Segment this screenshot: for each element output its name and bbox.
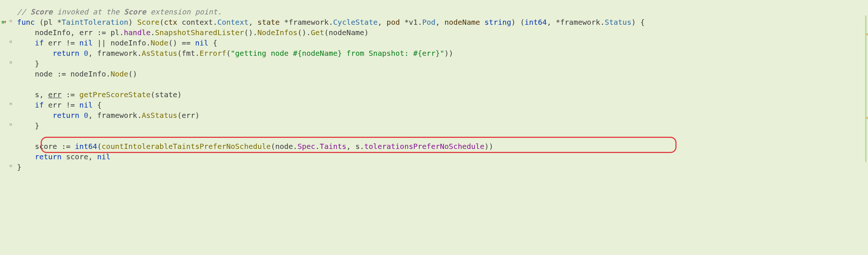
editor-minimap-strip[interactable] xyxy=(867,0,868,255)
comment-text: // xyxy=(17,7,30,16)
fold-icon[interactable]: ⊟ xyxy=(10,60,14,65)
code-line-highlighted: score := int64(countIntolerableTaintsPre… xyxy=(17,141,867,152)
code-line: if err != nil || nodeInfo.Node() == nil … xyxy=(17,38,867,48)
code-line: return 0, framework.AsStatus(err) xyxy=(17,110,867,120)
code-line: } xyxy=(17,120,867,131)
code-line-blank xyxy=(17,79,867,89)
svg-point-0 xyxy=(1,21,4,24)
code-line: return score, nil xyxy=(17,152,867,162)
fold-icon[interactable]: ⊟ xyxy=(10,40,14,44)
code-line: } xyxy=(17,162,867,172)
vcs-marker-icon xyxy=(1,19,7,25)
code-line: return 0, framework.AsStatus(fmt.Errorf(… xyxy=(17,48,867,58)
warning-marker-icon[interactable] xyxy=(867,33,868,35)
code-line: if err != nil { xyxy=(17,100,867,110)
code-line: // Score invoked at the Score extension … xyxy=(17,7,867,17)
code-editor[interactable]: // Score invoked at the Score extension … xyxy=(17,7,867,172)
fold-icon[interactable]: ⊟ xyxy=(10,102,14,106)
code-line: node := nodeInfo.Node() xyxy=(17,69,867,79)
fold-icon[interactable]: ⊟ xyxy=(10,164,14,168)
editor-gutter: ⊟ ⊟ ⊟ ⊟ ⊟ ⊟ xyxy=(0,0,15,255)
warning-marker-icon[interactable] xyxy=(867,117,868,119)
code-line: func (pl *TaintToleration) Score(ctx con… xyxy=(17,17,867,27)
code-line-blank xyxy=(17,131,867,141)
fold-icon[interactable]: ⊟ xyxy=(10,122,14,127)
code-line: } xyxy=(17,58,867,69)
fold-icon[interactable]: ⊟ xyxy=(10,19,14,23)
code-line: s, err := getPreScoreState(state) xyxy=(17,89,867,100)
code-line: nodeInfo, err := pl.handle.SnapshotShare… xyxy=(17,27,867,38)
comment-emph: Score xyxy=(30,7,52,16)
